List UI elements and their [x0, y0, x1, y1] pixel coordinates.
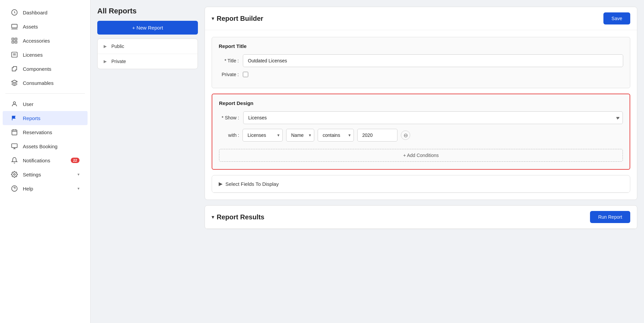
- sidebar-item-notifications[interactable]: Notifications 22: [3, 153, 88, 167]
- list-item-label: Private: [111, 59, 126, 64]
- sidebar-item-label: Assets Booking: [23, 144, 57, 149]
- svg-marker-12: [12, 80, 17, 83]
- select-fields-card: ▶ Select Fields To Display: [212, 175, 630, 193]
- sidebar-item-label: Consumables: [23, 80, 54, 86]
- license-icon: [11, 51, 18, 58]
- svg-rect-5: [12, 38, 14, 40]
- svg-rect-6: [15, 38, 17, 40]
- left-panel: All Reports + New Report ▶ Public ▶ Priv…: [97, 7, 198, 316]
- title-field-row: * Title :: [219, 54, 623, 67]
- select-fields-header[interactable]: ▶ Select Fields To Display: [212, 175, 630, 193]
- chevron-right-icon: ▶: [219, 181, 223, 187]
- sidebar-item-help[interactable]: Help ▾: [3, 181, 88, 196]
- sidebar-item-label: Help: [23, 186, 33, 192]
- report-builder-title: Report Builder: [217, 15, 263, 22]
- svg-rect-7: [12, 41, 14, 43]
- sidebar-item-label: Licenses: [23, 52, 43, 58]
- report-results-title-row: ▾ Report Results: [212, 213, 264, 221]
- svg-rect-15: [12, 130, 17, 135]
- panel-title: All Reports: [97, 7, 198, 15]
- sidebar-item-label: Accessories: [23, 38, 50, 44]
- report-design-heading: Report Design: [219, 100, 623, 106]
- show-select[interactable]: Licenses Assets Accessories Components C…: [243, 111, 623, 124]
- list-item-public[interactable]: ▶ Public: [98, 39, 198, 54]
- sidebar-item-dashboard[interactable]: Dashboard: [3, 5, 88, 19]
- title-input[interactable]: [243, 54, 623, 67]
- run-report-button[interactable]: Run Report: [590, 211, 630, 223]
- help-icon: [11, 185, 18, 192]
- sidebar-item-label: Reports: [23, 115, 41, 121]
- report-builder-header: ▾ Report Builder Save: [205, 7, 637, 30]
- private-field-row: Private :: [219, 72, 623, 77]
- main-content: All Reports + New Report ▶ Public ▶ Priv…: [91, 0, 644, 323]
- monitor-icon: [11, 143, 18, 150]
- sidebar-item-licenses[interactable]: Licenses: [3, 48, 88, 62]
- svg-line-2: [14, 12, 15, 13]
- remove-condition-button[interactable]: ⊖: [401, 130, 410, 140]
- svg-point-22: [14, 174, 15, 175]
- report-results-header: ▾ Report Results Run Report: [205, 206, 637, 229]
- chevron-right-icon: ▶: [104, 59, 107, 64]
- sidebar-item-label: Components: [23, 66, 51, 72]
- sidebar-item-label: Reservations: [23, 129, 52, 135]
- sidebar-item-assets-booking[interactable]: Assets Booking: [3, 139, 88, 153]
- notification-badge: 22: [71, 158, 79, 163]
- sidebar: Dashboard Assets Accessories Licenses Co…: [0, 0, 91, 323]
- collapse-icon[interactable]: ▾: [212, 16, 214, 21]
- sidebar-item-user[interactable]: User: [3, 97, 88, 111]
- report-builder-card: ▾ Report Builder Save Report Title * Tit…: [205, 7, 637, 200]
- sidebar-item-label: Assets: [23, 24, 38, 30]
- select-fields-label: Select Fields To Display: [225, 181, 279, 187]
- save-button[interactable]: Save: [603, 12, 630, 24]
- sidebar-item-consumables[interactable]: Consumables: [3, 76, 88, 90]
- title-label: * Title :: [219, 58, 239, 63]
- collapse-icon[interactable]: ▾: [212, 214, 214, 220]
- show-label: * Show :: [219, 115, 239, 120]
- condition-field2-select[interactable]: Name ID Date Status: [286, 129, 314, 142]
- condition-field3-select[interactable]: contains equals starts with ends with: [318, 129, 354, 142]
- chevron-down-icon: ▾: [77, 172, 79, 177]
- with-label: with :: [219, 132, 239, 138]
- condition-value-input[interactable]: [357, 129, 397, 142]
- report-design-section: Report Design * Show : Licenses Assets A…: [212, 94, 630, 170]
- report-results-title: Report Results: [217, 213, 264, 221]
- gear-icon: [11, 171, 18, 178]
- new-report-button[interactable]: + New Report: [97, 21, 198, 35]
- puzzle-icon: [11, 65, 18, 72]
- sidebar-item-label: Dashboard: [23, 10, 47, 15]
- sidebar-item-label: Settings: [23, 172, 41, 177]
- sidebar-item-reservations[interactable]: Reservations: [3, 125, 88, 139]
- sidebar-item-components[interactable]: Components: [3, 62, 88, 76]
- right-panel: ▾ Report Builder Save Report Title * Tit…: [205, 7, 637, 316]
- report-builder-body: Report Title * Title : Private : Report …: [205, 30, 637, 200]
- calendar-icon: [11, 128, 18, 136]
- svg-rect-8: [15, 41, 17, 43]
- svg-point-13: [13, 102, 16, 104]
- svg-rect-19: [12, 144, 17, 148]
- list-item-label: Public: [111, 44, 124, 49]
- private-checkbox[interactable]: [243, 72, 248, 77]
- chevron-down-icon: ▾: [77, 186, 79, 191]
- laptop-icon: [11, 23, 18, 30]
- chevron-right-icon: ▶: [104, 44, 107, 49]
- condition-field1-select[interactable]: Licenses Assets Accessories: [243, 129, 283, 142]
- sidebar-item-label: User: [23, 101, 34, 107]
- private-label: Private :: [219, 72, 239, 77]
- sidebar-item-settings[interactable]: Settings ▾: [3, 167, 88, 181]
- svg-rect-3: [12, 24, 17, 28]
- report-builder-title-row: ▾ Report Builder: [212, 15, 263, 22]
- report-title-heading: Report Title: [219, 43, 623, 49]
- flag-icon: [11, 114, 18, 122]
- add-conditions-button[interactable]: + Add Conditions: [219, 149, 623, 162]
- report-results-card: ▾ Report Results Run Report: [205, 205, 637, 229]
- sidebar-divider: [5, 93, 85, 94]
- user-icon: [11, 100, 18, 108]
- add-conditions-row: + Add Conditions: [219, 146, 623, 163]
- list-item-private[interactable]: ▶ Private: [98, 54, 198, 69]
- sidebar-item-accessories[interactable]: Accessories: [3, 34, 88, 48]
- show-field-row: * Show : Licenses Assets Accessories Com…: [219, 111, 623, 124]
- sidebar-item-assets[interactable]: Assets: [3, 19, 88, 34]
- bell-icon: [11, 157, 18, 164]
- sidebar-item-reports[interactable]: Reports: [3, 111, 88, 125]
- condition-row: with : Licenses Assets Accessories ▾ N: [219, 129, 623, 142]
